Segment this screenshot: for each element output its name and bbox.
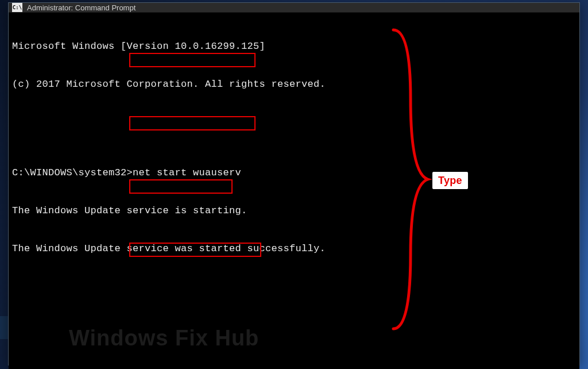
cmd-1: net start wuauserv — [133, 167, 241, 178]
window-title: Administrator: Command Prompt — [27, 3, 136, 12]
annotation-label: Type — [432, 172, 468, 189]
prompt-1: C:\WINDOWS\system32> — [12, 167, 133, 178]
highlight-box-1 — [129, 53, 256, 67]
cmd-line-1: C:\WINDOWS\system32>net start wuauserv — [12, 167, 576, 179]
titlebar[interactable]: C:\ Administrator: Command Prompt — [9, 3, 579, 13]
terminal-area[interactable]: Microsoft Windows [Version 10.0.16299.12… — [9, 13, 579, 369]
header-line-1: Microsoft Windows [Version 10.0.16299.12… — [12, 40, 576, 53]
watermark: Windows Fix Hub — [69, 332, 259, 344]
blank-line — [12, 280, 576, 293]
blank-line — [12, 116, 576, 129]
command-prompt-window: C:\ Administrator: Command Prompt Micros… — [8, 2, 580, 366]
header-line-2: (c) 2017 Microsoft Corporation. All righ… — [12, 78, 576, 91]
highlight-box-3 — [129, 179, 233, 194]
msg-1b: The Windows Update service was started s… — [12, 243, 576, 255]
msg-1a: The Windows Update service is starting. — [12, 205, 576, 217]
cmd-icon-text: C:\ — [13, 5, 22, 10]
blank-line — [12, 318, 576, 331]
cmd-icon: C:\ — [12, 3, 22, 12]
